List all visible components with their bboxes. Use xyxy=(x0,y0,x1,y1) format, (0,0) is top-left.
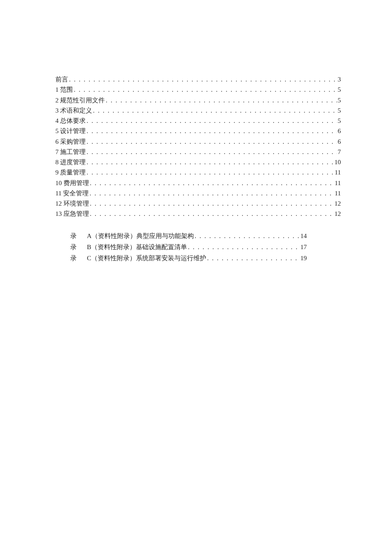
toc-dots: . . . . . . . . . . . . . . . . . . . . … xyxy=(86,147,337,157)
toc-entry: 2 规范性引用文件 . . . . . . . . . . . . . . . … xyxy=(55,96,341,105)
toc-dots: . . . . . . . . . . . . . . . . . . . . … xyxy=(74,85,337,95)
toc-dots: . . . . . . . . . . . . . . . . . . . . … xyxy=(90,199,334,209)
appendix-prefix: 录 xyxy=(64,231,87,241)
toc-page-number: 10 xyxy=(334,157,341,167)
toc-label: 5 设计管理 xyxy=(55,126,86,136)
toc-dots: . . . . . . . . . . . . . . . . . . . . … xyxy=(86,137,337,147)
toc-dots: . . . . . . . . . . . . . . . . . . . . … xyxy=(90,178,334,188)
toc-label: 12 环境管理 xyxy=(55,199,89,209)
toc-page-number: 5 xyxy=(338,85,341,95)
toc-label: 6 采购管理 xyxy=(55,137,86,147)
toc-entry: 4 总体要求 . . . . . . . . . . . . . . . . .… xyxy=(55,116,341,126)
appendix-entry: 录 C（资料性附录）系统部署安装与运行维护 . . . . . . . . . … xyxy=(64,253,307,263)
toc-page-number: 3 xyxy=(338,75,341,84)
toc-dots: . . . . . . . . . . . . . . . . . . . . … xyxy=(106,96,337,105)
toc-dots: . . . . . . . . . . . . . . . . . . . . … xyxy=(89,189,334,198)
toc-label: 9 质量管理 xyxy=(55,168,86,177)
toc-dots: . . . . . . . . . . . . . . . . . . . . … xyxy=(86,157,334,167)
toc-label: 前言 xyxy=(55,75,68,84)
toc-entry: 13 应急管理 . . . . . . . . . . . . . . . . … xyxy=(55,209,341,219)
toc-page-number: 12 xyxy=(334,199,341,209)
toc-page-number: 12 xyxy=(334,209,341,219)
toc-dots: . . . . . . . . . . . . . . . . . . . . … xyxy=(90,209,334,219)
toc-label: 11 安全管理 xyxy=(55,189,89,198)
toc-page-number: 11 xyxy=(335,178,341,188)
toc-entry: 7 施工管理 . . . . . . . . . . . . . . . . .… xyxy=(55,147,341,157)
toc-page-number: 6 xyxy=(338,137,341,147)
toc-dots: . . . . . . . . . . . . . . . . . . . . … xyxy=(86,116,337,126)
toc-label: 2 规范性引用文件 xyxy=(55,96,105,105)
toc-entry: 5 设计管理 . . . . . . . . . . . . . . . . .… xyxy=(55,126,341,136)
toc-label: 3 术语和定义 xyxy=(55,106,92,116)
toc-page-number: 5 xyxy=(338,116,341,126)
appendix-dots: . . . . . . . . . . . . . . . . . . . . … xyxy=(195,231,300,241)
toc-label: 8 进度管理 xyxy=(55,157,86,167)
toc-page-number: 11 xyxy=(335,189,341,198)
toc-entry: 1 范围 . . . . . . . . . . . . . . . . . .… xyxy=(55,85,341,95)
toc-page-number: 11 xyxy=(335,168,341,177)
appendix-entry: 录 B（资料性附录）基础设施配置清单 . . . . . . . . . . .… xyxy=(64,242,307,252)
toc-label: 4 总体要求 xyxy=(55,116,86,126)
appendix-page-number: 17 xyxy=(300,242,307,252)
appendix-list: 录 A（资料性附录）典型应用与功能架构 . . . . . . . . . . … xyxy=(55,231,341,264)
toc-page: 前言 . . . . . . . . . . . . . . . . . . .… xyxy=(0,0,392,263)
appendix-prefix: 录 xyxy=(64,253,87,263)
toc-dots: . . . . . . . . . . . . . . . . . . . . … xyxy=(93,106,337,116)
toc-entry: 9 质量管理 . . . . . . . . . . . . . . . . .… xyxy=(55,168,341,177)
toc-label: 10 费用管理 xyxy=(55,178,89,188)
appendix-dots: . . . . . . . . . . . . . . . . . . . . … xyxy=(207,253,300,263)
appendix-dots: . . . . . . . . . . . . . . . . . . . . … xyxy=(188,242,300,252)
toc-label: 13 应急管理 xyxy=(55,209,89,219)
toc-label: 7 施工管理 xyxy=(55,147,86,157)
toc-dots: . . . . . . . . . . . . . . . . . . . . … xyxy=(86,126,337,136)
appendix-label: A（资料性附录）典型应用与功能架构 xyxy=(87,231,194,241)
appendix-page-number: 19 xyxy=(300,253,307,263)
toc-page-number: 5 xyxy=(338,106,341,116)
toc-entry: 10 费用管理 . . . . . . . . . . . . . . . . … xyxy=(55,178,341,188)
appendix-entry: 录 A（资料性附录）典型应用与功能架构 . . . . . . . . . . … xyxy=(64,231,307,241)
toc-label: 1 范围 xyxy=(55,85,73,95)
toc-entry: 12 环境管理 . . . . . . . . . . . . . . . . … xyxy=(55,199,341,209)
toc-entry: 11 安全管理 . . . . . . . . . . . . . . . . … xyxy=(55,189,341,198)
toc-page-number: 5 xyxy=(338,96,341,105)
toc-list: 前言 . . . . . . . . . . . . . . . . . . .… xyxy=(55,75,341,219)
appendix-label: B（资料性附录）基础设施配置清单 xyxy=(87,242,187,252)
appendix-prefix: 录 xyxy=(64,242,87,252)
appendix-label: C（资料性附录）系统部署安装与运行维护 xyxy=(87,253,206,263)
toc-dots: . . . . . . . . . . . . . . . . . . . . … xyxy=(86,168,334,177)
toc-page-number: 6 xyxy=(338,126,341,136)
toc-entry: 8 进度管理 . . . . . . . . . . . . . . . . .… xyxy=(55,157,341,167)
appendix-page-number: 14 xyxy=(300,231,307,241)
toc-dots: . . . . . . . . . . . . . . . . . . . . … xyxy=(69,75,337,84)
toc-entry: 6 采购管理 . . . . . . . . . . . . . . . . .… xyxy=(55,137,341,147)
toc-entry: 前言 . . . . . . . . . . . . . . . . . . .… xyxy=(55,75,341,84)
toc-page-number: 7 xyxy=(338,147,341,157)
toc-entry: 3 术语和定义 . . . . . . . . . . . . . . . . … xyxy=(55,106,341,116)
